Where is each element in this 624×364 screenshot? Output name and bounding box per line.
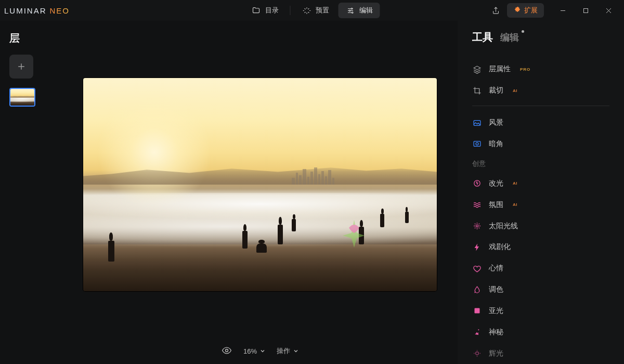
crop-icon (472, 86, 482, 95)
mode-presets-label: 预置 (316, 6, 329, 15)
tool-glow[interactable]: 辉光 (472, 343, 609, 364)
tool-label: 神秘 (489, 328, 503, 337)
divider (472, 106, 609, 106)
minimize-button[interactable] (551, 0, 574, 21)
logo-text-2: NEO (50, 6, 70, 15)
svg-point-0 (351, 8, 353, 9)
svg-rect-10 (474, 308, 479, 314)
maximize-button[interactable] (574, 0, 597, 21)
tool-sunrays[interactable]: 太阳光线 (472, 215, 609, 237)
tool-label: 裁切 (489, 86, 503, 95)
edits-tab-label: 编辑 (500, 32, 519, 43)
mode-catalog[interactable]: 目录 (244, 3, 286, 18)
add-layer-button[interactable] (9, 55, 33, 79)
sliders-icon (346, 6, 355, 15)
ai-badge: AI (513, 88, 517, 93)
tools-header: 工具 编辑 (472, 30, 609, 44)
canvas-area: 16% 操作 (62, 21, 458, 364)
tools-tab[interactable]: 工具 (472, 30, 493, 44)
tools-panel: 工具 编辑 层属性 PRO 裁切 AI 风景 (458, 21, 624, 364)
edits-tab[interactable]: 编辑 (500, 31, 519, 44)
chevron-down-icon (293, 348, 298, 354)
tool-label: 改光 (489, 179, 503, 188)
svg-point-2 (352, 12, 353, 14)
svg-point-7 (476, 142, 478, 145)
mode-catalog-label: 目录 (265, 6, 279, 15)
zoom-dropdown[interactable]: 16% (243, 347, 265, 355)
app-logo: LUMINAR NEO (4, 6, 70, 15)
mood-icon (472, 264, 482, 273)
indicator-dot (522, 30, 524, 33)
tool-mood[interactable]: 心情 (472, 258, 609, 279)
svg-point-12 (475, 352, 478, 355)
title-bar: LUMINAR NEO 目录 预置 编辑 (0, 0, 624, 21)
watermark (328, 217, 380, 249)
sunrays-icon (472, 222, 482, 231)
relight-icon (472, 179, 482, 188)
close-button[interactable] (597, 0, 620, 21)
svg-point-9 (476, 225, 478, 227)
actions-dropdown[interactable]: 操作 (277, 346, 298, 356)
svg-rect-5 (474, 120, 480, 125)
matte-icon (472, 306, 482, 316)
tool-mystical[interactable]: 神秘 (472, 321, 609, 343)
share-button[interactable] (487, 2, 504, 19)
tool-crop[interactable]: 裁切 AI (472, 80, 609, 101)
toning-icon (472, 285, 482, 294)
landscape-icon (472, 118, 482, 127)
tool-label: 层属性 (489, 64, 511, 74)
actions-label: 操作 (277, 346, 290, 356)
mode-presets[interactable]: 预置 (295, 3, 336, 18)
tool-toning[interactable]: 调色 (472, 279, 609, 301)
mode-edit-label: 编辑 (359, 6, 373, 15)
section-creative: 创意 (472, 154, 609, 173)
puzzle-icon (513, 6, 521, 15)
chevron-down-icon (260, 348, 265, 354)
extensions-label: 扩展 (524, 6, 538, 15)
tool-matte[interactable]: 亚光 (472, 300, 609, 321)
ai-badge: AI (513, 181, 517, 186)
tool-dramatic[interactable]: 戏剧化 (472, 237, 609, 258)
zoom-value: 16% (243, 347, 257, 355)
svg-point-11 (478, 329, 479, 330)
layers-icon (472, 64, 482, 74)
tool-label: 戏剧化 (489, 242, 511, 252)
layers-title: 层 (9, 31, 53, 45)
top-right-group: 扩展 (487, 0, 620, 21)
ai-badge: AI (513, 202, 517, 207)
window-controls (551, 0, 620, 21)
svg-rect-3 (583, 8, 588, 12)
tool-label: 太阳光线 (489, 222, 518, 231)
visibility-toggle[interactable] (222, 345, 232, 357)
sparkle-icon (302, 6, 311, 15)
svg-point-4 (225, 349, 228, 352)
folder-icon (252, 6, 261, 15)
tool-atmosphere[interactable]: 氛围 AI (472, 194, 609, 215)
separator (290, 6, 291, 15)
glow-icon (472, 349, 482, 358)
extensions-button[interactable]: 扩展 (507, 3, 544, 18)
tool-label: 辉光 (489, 349, 503, 358)
tool-label: 心情 (489, 264, 503, 273)
tool-label: 氛围 (489, 200, 503, 210)
mode-edit[interactable]: 编辑 (339, 3, 380, 18)
svg-point-1 (349, 10, 350, 11)
layers-panel: 层 (0, 21, 62, 364)
tool-label: 亚光 (489, 306, 503, 316)
tool-vignette[interactable]: 暗角 (472, 134, 609, 155)
tool-landscape[interactable]: 风景 (472, 112, 609, 134)
layer-thumbnail[interactable] (9, 88, 35, 107)
atmosphere-icon (472, 200, 482, 210)
canvas-bottom-bar: 16% 操作 (222, 338, 298, 364)
dramatic-icon (472, 242, 482, 252)
tool-label: 风景 (489, 118, 503, 127)
photo-canvas[interactable] (83, 78, 437, 291)
tool-label: 暗角 (489, 139, 503, 149)
tool-relight[interactable]: 改光 AI (472, 173, 609, 194)
logo-text-1: LUMINAR (4, 6, 47, 15)
tool-label: 调色 (489, 285, 503, 294)
vignette-icon (472, 139, 482, 149)
mode-switch: 目录 预置 编辑 (244, 3, 380, 18)
tool-layer-properties[interactable]: 层属性 PRO (472, 59, 609, 80)
svg-rect-6 (474, 141, 480, 147)
